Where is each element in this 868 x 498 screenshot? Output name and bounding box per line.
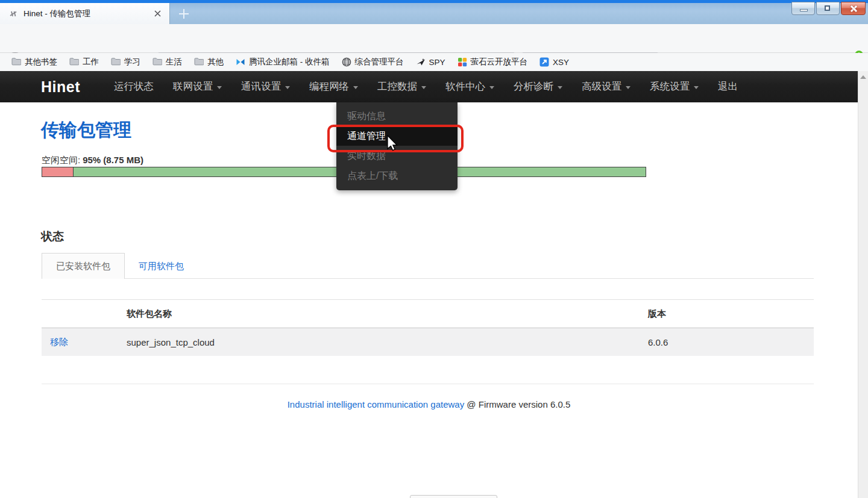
nav-item-comm-settings[interactable]: 通讯设置	[231, 71, 300, 102]
bookmark-label: 工作	[83, 57, 99, 67]
chevron-down-icon	[558, 86, 562, 89]
restore-button[interactable]	[816, 2, 840, 15]
tab-available-packages[interactable]: 可用软件包	[139, 261, 184, 272]
folder-icon	[69, 57, 79, 67]
tab-close-icon[interactable]	[151, 8, 163, 20]
free-space-line: 空闲空间:95% (8.75 MB)	[42, 155, 143, 166]
tab-title: Hinet - 传输包管理	[24, 8, 151, 19]
bookmark-folder-life[interactable]: 生活	[148, 55, 186, 69]
chevron-down-icon	[217, 86, 222, 89]
spy-icon	[416, 57, 426, 67]
bookmark-label: SPY	[429, 58, 445, 67]
nav-item-software-center[interactable]: 软件中心	[436, 71, 504, 102]
chevron-down-icon	[421, 86, 426, 89]
free-space-label: 空闲空间:	[42, 155, 80, 165]
bookmark-label: 生活	[166, 57, 182, 67]
globe-icon	[342, 57, 351, 67]
bookmark-ezviz[interactable]: 萤石云开放平台	[453, 55, 532, 69]
vertical-scrollbar[interactable]	[858, 71, 868, 498]
blue-arrow-icon	[539, 57, 549, 67]
nav-item-network-settings[interactable]: 联网设置	[163, 71, 231, 102]
nav-item-programming-network[interactable]: 编程网络	[300, 71, 368, 102]
tab-installed-packages[interactable]: 已安装软件包	[42, 253, 125, 279]
bookmark-label: 腾讯企业邮箱 - 收件箱	[249, 57, 330, 67]
mouse-cursor-icon	[386, 135, 399, 154]
table-row: 移除 super_json_tcp_cloud 6.0.6	[42, 328, 814, 356]
divider	[42, 384, 814, 384]
site-navbar: Hinet 运行状态 联网设置 通讯设置 编程网络 工控数据 软件中心 分析诊断…	[0, 71, 858, 102]
folder-icon	[153, 57, 162, 67]
chevron-down-icon	[353, 86, 358, 89]
bookmark-xsy[interactable]: XSY	[535, 55, 573, 69]
bookmark-folder-other-bookmarks[interactable]: 其他书签	[7, 55, 61, 69]
divider	[42, 278, 814, 279]
window-controls	[791, 2, 866, 15]
bookmark-folder-study[interactable]: 学习	[107, 55, 145, 69]
bookmark-label: XSY	[553, 58, 569, 67]
free-space-value: 95% (8.75 MB)	[83, 155, 143, 165]
partial-tooltip	[410, 495, 497, 498]
nav-item-logout[interactable]: 退出	[708, 71, 747, 102]
footer-version-text: @ Firmware version 6.0.5	[464, 399, 570, 409]
bookmark-label: 萤石云开放平台	[471, 57, 528, 67]
minimize-button[interactable]	[791, 2, 815, 15]
nav-item-diagnostics[interactable]: 分析诊断	[504, 71, 572, 102]
close-button[interactable]	[841, 2, 866, 15]
footer-link[interactable]: Industrial intelligent communication gat…	[288, 399, 465, 409]
folder-icon	[11, 57, 21, 67]
menu-item-driver-info[interactable]: 驱动信息	[336, 106, 458, 126]
column-header-version: 版本	[648, 300, 666, 328]
page-title: 传输包管理	[41, 118, 131, 143]
folder-icon	[111, 57, 121, 67]
browser-tab[interactable]: Hinet - 传输包管理	[0, 3, 170, 24]
nav-item-industrial-data[interactable]: 工控数据	[368, 71, 436, 102]
bookmark-tencent-exmail[interactable]: 腾讯企业邮箱 - 收件箱	[231, 55, 334, 69]
status-heading: 状态	[41, 229, 64, 244]
bookmark-label: 其他书签	[25, 57, 57, 67]
bookmark-folder-work[interactable]: 工作	[65, 55, 103, 69]
column-header-package-name: 软件包名称	[127, 300, 172, 328]
packages-table: 软件包名称 版本 移除 super_json_tcp_cloud 6.0.6	[42, 299, 814, 356]
new-tab-button[interactable]	[174, 5, 194, 22]
menu-item-point-table[interactable]: 点表上/下载	[336, 166, 458, 185]
chevron-down-icon	[489, 86, 494, 89]
chevron-down-icon	[626, 86, 631, 89]
package-version: 6.0.6	[648, 328, 668, 356]
brand-logo[interactable]: Hinet	[41, 78, 80, 96]
folder-icon	[194, 57, 204, 67]
bookmark-spy[interactable]: SPY	[412, 55, 450, 69]
page-viewport: Hinet 运行状态 联网设置 通讯设置 编程网络 工控数据 软件中心 分析诊断…	[0, 71, 858, 498]
nav-item-running-status[interactable]: 运行状态	[104, 71, 163, 102]
scroll-up-icon[interactable]	[860, 75, 866, 79]
bookmarks-bar: 其他书签 工作 学习 生活 其他 腾讯企业邮箱 - 收件箱 综合管理平台 SP	[0, 53, 868, 71]
bookmark-label: 其他	[207, 57, 224, 67]
favicon-icon	[8, 9, 18, 19]
bookmark-mgmt-platform[interactable]: 综合管理平台	[338, 55, 408, 69]
browser-toolbar: 192.168.9.99/cgi-bin/luci/;stok=489fe39e…	[0, 24, 868, 53]
table-header-row: 软件包名称 版本	[42, 299, 814, 328]
nav-item-advanced-settings[interactable]: 高级设置	[572, 71, 640, 102]
bookmark-folder-misc[interactable]: 其他	[190, 55, 228, 69]
tencent-mail-icon	[236, 57, 245, 67]
chevron-down-icon	[285, 86, 290, 89]
bookmark-label: 学习	[124, 57, 140, 67]
browser-window: Hinet - 传输包管理	[0, 0, 868, 498]
package-name: super_json_tcp_cloud	[127, 328, 215, 356]
bookmark-label: 综合管理平台	[355, 57, 404, 67]
page-footer: Industrial intelligent communication gat…	[0, 399, 858, 409]
remove-link[interactable]: 移除	[50, 328, 68, 356]
nav-item-system-settings[interactable]: 系统设置	[640, 71, 708, 102]
chevron-down-icon	[694, 86, 699, 89]
used-space-segment	[42, 167, 74, 176]
color-grid-icon	[458, 57, 467, 67]
titlebar: Hinet - 传输包管理	[0, 0, 868, 24]
